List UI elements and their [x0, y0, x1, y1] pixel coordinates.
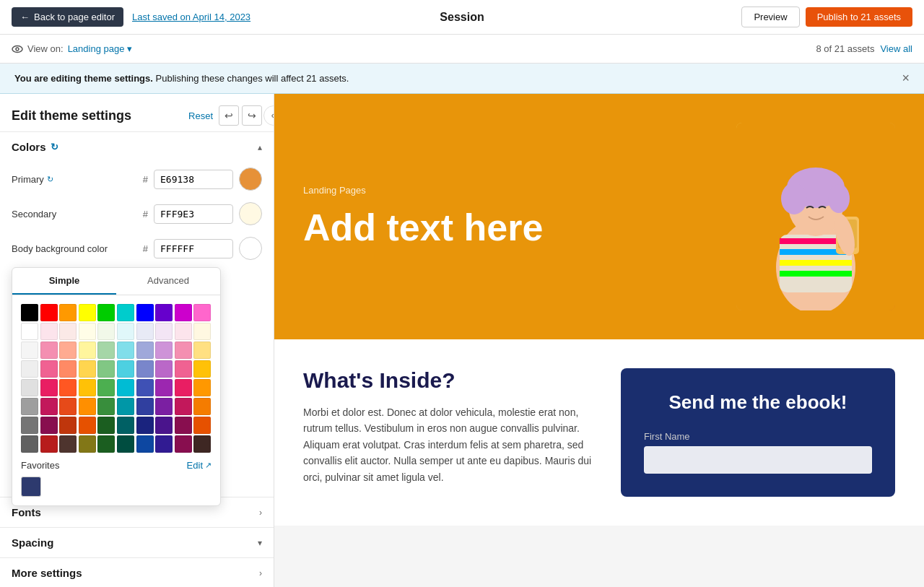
color-r8-6[interactable]: [117, 435, 134, 453]
color-r5-9[interactable]: [175, 379, 192, 396]
color-black[interactable]: [21, 304, 38, 321]
color-orange[interactable]: [59, 304, 77, 321]
color-r7-4[interactable]: [79, 417, 96, 434]
color-r3-1[interactable]: [21, 342, 38, 359]
color-r8-2[interactable]: [40, 435, 58, 453]
color-r7-10[interactable]: [193, 417, 211, 434]
color-r8-7[interactable]: [136, 435, 154, 453]
color-r6-9[interactable]: [175, 398, 192, 415]
landing-page-button[interactable]: Landing page ▾: [68, 43, 133, 54]
view-all-link[interactable]: View all: [880, 43, 912, 54]
color-r6-5[interactable]: [97, 398, 115, 415]
color-r2-4[interactable]: [79, 323, 96, 340]
color-r4-4[interactable]: [79, 360, 96, 378]
color-r6-4[interactable]: [79, 398, 96, 415]
color-r8-1[interactable]: [21, 435, 38, 453]
color-r2-6[interactable]: [117, 323, 134, 340]
color-r2-1[interactable]: [21, 323, 38, 340]
primary-color-swatch[interactable]: [239, 168, 262, 191]
color-r3-5[interactable]: [97, 342, 115, 359]
color-r4-3[interactable]: [59, 360, 77, 378]
color-r6-6[interactable]: [117, 398, 134, 415]
color-blue[interactable]: [136, 304, 154, 321]
color-r5-3[interactable]: [59, 379, 77, 396]
color-red[interactable]: [40, 304, 58, 321]
color-cyan[interactable]: [117, 304, 134, 321]
color-r5-2[interactable]: [40, 379, 58, 396]
color-r2-10[interactable]: [193, 323, 211, 340]
color-purple[interactable]: [155, 304, 173, 321]
color-r5-1[interactable]: [21, 379, 38, 396]
color-r6-2[interactable]: [40, 398, 58, 415]
color-r8-9[interactable]: [175, 435, 192, 453]
color-r3-8[interactable]: [155, 342, 173, 359]
color-r3-7[interactable]: [136, 342, 154, 359]
color-r8-10[interactable]: [193, 435, 211, 453]
publish-button[interactable]: Publish to 21 assets: [806, 7, 912, 27]
color-r7-7[interactable]: [136, 417, 154, 434]
color-r2-7[interactable]: [136, 323, 154, 340]
color-r6-10[interactable]: [193, 398, 211, 415]
color-r8-4[interactable]: [79, 435, 96, 453]
undo-button[interactable]: ↩: [219, 105, 239, 126]
color-r4-1[interactable]: [21, 360, 38, 378]
color-r7-8[interactable]: [155, 417, 173, 434]
color-r5-4[interactable]: [79, 379, 96, 396]
color-r5-5[interactable]: [97, 379, 115, 396]
color-pink[interactable]: [193, 304, 211, 321]
color-r2-3[interactable]: [59, 323, 77, 340]
redo-button[interactable]: ↪: [242, 105, 262, 126]
color-r7-2[interactable]: [40, 417, 58, 434]
back-to-editor-button[interactable]: ← Back to page editor: [12, 7, 123, 27]
color-r2-2[interactable]: [40, 323, 58, 340]
favorites-edit-link[interactable]: Edit ↗: [187, 460, 212, 471]
secondary-hex-input[interactable]: [154, 204, 233, 224]
color-r4-9[interactable]: [175, 360, 192, 378]
color-r8-5[interactable]: [97, 435, 115, 453]
color-r3-2[interactable]: [40, 342, 58, 359]
color-r7-6[interactable]: [117, 417, 134, 434]
color-r3-6[interactable]: [117, 342, 134, 359]
color-r4-2[interactable]: [40, 360, 58, 378]
color-r4-6[interactable]: [117, 360, 134, 378]
color-r4-7[interactable]: [136, 360, 154, 378]
color-r7-1[interactable]: [21, 417, 38, 434]
body-hex-input[interactable]: [154, 239, 233, 258]
color-r7-9[interactable]: [175, 417, 192, 434]
favorite-color-swatch[interactable]: [21, 477, 41, 497]
color-r6-8[interactable]: [155, 398, 173, 415]
color-yellow[interactable]: [79, 304, 96, 321]
color-r5-6[interactable]: [117, 379, 134, 396]
color-r6-7[interactable]: [136, 398, 154, 415]
more-settings-header[interactable]: More settings ›: [0, 557, 274, 587]
color-r3-10[interactable]: [193, 342, 211, 359]
color-r5-7[interactable]: [136, 379, 154, 396]
primary-hex-input[interactable]: [154, 170, 233, 189]
simple-tab[interactable]: Simple: [12, 268, 116, 295]
color-r2-8[interactable]: [155, 323, 173, 340]
color-r6-1[interactable]: [21, 398, 38, 415]
preview-button[interactable]: Preview: [741, 6, 799, 27]
color-r4-10[interactable]: [193, 360, 211, 378]
color-magenta[interactable]: [175, 304, 192, 321]
color-r4-5[interactable]: [97, 360, 115, 378]
color-r2-9[interactable]: [175, 323, 192, 340]
color-r2-5[interactable]: [97, 323, 115, 340]
reset-link[interactable]: Reset: [188, 110, 213, 121]
color-r8-8[interactable]: [155, 435, 173, 453]
color-green[interactable]: [97, 304, 115, 321]
color-r8-3[interactable]: [59, 435, 77, 453]
color-r7-5[interactable]: [97, 417, 115, 434]
color-r3-4[interactable]: [79, 342, 96, 359]
close-notification-button[interactable]: ×: [902, 71, 910, 86]
secondary-color-swatch[interactable]: [239, 202, 262, 225]
colors-section-header[interactable]: Colors ↻ ▴: [0, 131, 274, 162]
color-r5-8[interactable]: [155, 379, 173, 396]
color-r3-3[interactable]: [59, 342, 77, 359]
color-r7-3[interactable]: [59, 417, 77, 434]
color-r6-3[interactable]: [59, 398, 77, 415]
color-r3-9[interactable]: [175, 342, 192, 359]
spacing-section-header[interactable]: Spacing ▾: [0, 527, 274, 557]
last-saved-link[interactable]: Last saved on April 14, 2023: [132, 12, 250, 22]
first-name-input[interactable]: [644, 446, 872, 474]
